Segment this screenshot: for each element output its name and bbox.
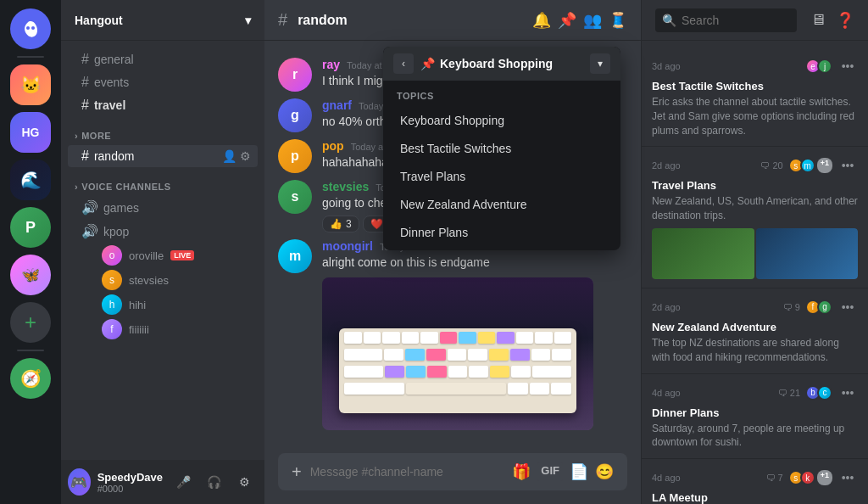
gif-button[interactable]: GIF: [537, 462, 563, 481]
voice-channel-kpop[interactable]: 🔊 kpop: [68, 220, 258, 243]
thread-nz-adventure[interactable]: 2d ago 🗨 9 f g ••• New Zealand Adventure…: [642, 288, 868, 374]
user-info: SpeedyDave #0000: [97, 471, 163, 494]
live-badge: LIVE: [170, 250, 194, 260]
monitor-icon[interactable]: 🖥: [810, 11, 826, 29]
keyboard-image: [322, 277, 593, 430]
voice-user-hihi[interactable]: h hihi: [68, 293, 258, 316]
input-actions: 🎁 GIF 📄 😊: [512, 462, 614, 481]
gift-icon[interactable]: 🎁: [512, 462, 531, 481]
channel-item-travel[interactable]: # travel: [68, 94, 258, 116]
search-icon: 🔍: [662, 14, 676, 27]
topic-item-nz-adventure[interactable]: New Zealand Adventure: [387, 191, 617, 218]
dropdown-back-button[interactable]: ‹: [393, 53, 414, 74]
settings-button[interactable]: ⚙: [231, 468, 258, 496]
topics-label: TOPICS: [383, 81, 620, 106]
channel-item-general[interactable]: # general: [68, 48, 258, 70]
thread-best-tactile[interactable]: 3d ago e j ••• Best Tactile Switches Eri…: [642, 48, 868, 147]
more-button-travel[interactable]: •••: [837, 155, 858, 176]
thread-title-dinner: Dinner Plans: [652, 406, 858, 419]
channel-item-random[interactable]: # random 👤 ⚙: [68, 145, 258, 167]
thread-title-nz: New Zealand Adventure: [652, 321, 858, 333]
discord-home-button[interactable]: [10, 8, 51, 49]
settings-icon[interactable]: ⚙: [240, 149, 251, 163]
voice-user-fiiiiiii[interactable]: f fiiiiiii: [68, 317, 258, 341]
chat-channel-name: random: [298, 13, 348, 28]
thread-avatars-dinner: b c: [805, 385, 832, 400]
channel-sidebar: Hangout ▾ # general # events # travel › …: [61, 0, 264, 504]
server-item-1[interactable]: 🐱: [10, 64, 51, 105]
dropdown-title: 📌 Keyboard Shopping: [420, 57, 553, 70]
thread-desc-travel: New Zealand, US, South American, and oth…: [652, 194, 858, 223]
thread-stat-nz: 🗨 9: [783, 302, 800, 312]
voice-user-name-hihi: hihi: [129, 299, 146, 311]
msg-author-moongirl: moongirl: [322, 239, 373, 253]
thread-image-travel: [652, 228, 858, 279]
sticker-icon[interactable]: 📄: [570, 462, 588, 481]
user-name: SpeedyDave: [97, 471, 163, 484]
svg-point-0: [26, 26, 30, 30]
avatar-gnarf: g: [278, 98, 312, 132]
search-bar[interactable]: 🔍: [655, 8, 797, 32]
channel-item-events[interactable]: # events: [68, 71, 258, 93]
chat-input[interactable]: [310, 465, 504, 479]
add-server-button[interactable]: +: [10, 302, 51, 343]
server-item-2[interactable]: HG: [10, 112, 51, 153]
chat-input-box: + 🎁 GIF 📄 😊: [278, 453, 627, 490]
server-list: 🐱 HG 🌊 P 🦋 + 🧭: [0, 0, 61, 504]
voice-channel-games[interactable]: 🔊 games: [68, 196, 258, 219]
thread-travel-plans[interactable]: 2d ago 🗨 20 s m +1 ••• Travel Plans New …: [642, 147, 868, 288]
dropdown-expand-button[interactable]: ▾: [590, 53, 610, 74]
mute-button[interactable]: 🎤: [170, 468, 197, 496]
notification-icon[interactable]: 🔔: [532, 11, 551, 30]
server-item-4[interactable]: P: [10, 207, 51, 248]
topic-item-keyboard-shopping[interactable]: Keyboard Shopping: [387, 107, 617, 134]
server-dropdown-icon: ▾: [245, 14, 251, 27]
discover-button[interactable]: 🧭: [10, 358, 51, 399]
topic-item-dinner-plans[interactable]: Dinner Plans: [387, 219, 617, 249]
thread-time-best-tactile: 3d ago: [652, 61, 681, 71]
voice-user-oroville[interactable]: o oroville LIVE: [68, 244, 258, 267]
thread-icon: 📌: [420, 57, 435, 70]
members-icon[interactable]: 👥: [583, 11, 602, 30]
help-icon[interactable]: ❓: [836, 11, 854, 30]
emoji-icon[interactable]: 😊: [595, 462, 614, 481]
server-item-5[interactable]: 🦋: [10, 255, 51, 295]
svg-point-1: [31, 26, 35, 30]
voice-channel-name-games: games: [103, 201, 139, 215]
msg-content-moongirl: moongirl Today at 9:18 AM alright come o…: [322, 239, 627, 431]
server-name: Hangout: [75, 14, 123, 27]
server-header[interactable]: Hangout ▾: [61, 0, 264, 41]
category-voice[interactable]: › VOICE CHANNELS: [61, 168, 264, 195]
more-button-dinner[interactable]: •••: [837, 383, 858, 403]
thread-meta-best-tactile: 3d ago e j •••: [652, 56, 858, 76]
server-item-3[interactable]: 🌊: [10, 160, 51, 200]
topic-item-best-tactile[interactable]: Best Tactile Switches: [387, 135, 617, 162]
msg-author-gnarf: gnarf: [322, 98, 352, 112]
user-tag: #0000: [97, 484, 163, 494]
thread-avatars-best-tactile: e j: [805, 59, 832, 74]
deafen-button[interactable]: 🎧: [200, 468, 227, 496]
threads-icon[interactable]: 🧵: [609, 11, 627, 30]
thread-time-la: 4d ago: [652, 473, 681, 483]
search-input[interactable]: [682, 14, 790, 27]
topic-item-travel-plans[interactable]: Travel Plans: [387, 163, 617, 190]
voice-user-stevsies[interactable]: s stevsies: [68, 268, 258, 292]
add-member-icon[interactable]: 👤: [222, 149, 236, 163]
speaker-icon-kpop: 🔊: [81, 223, 98, 239]
category-more[interactable]: › MORE: [61, 117, 264, 144]
thread-la-meetup[interactable]: 4d ago 🗨 7 s k +1 ••• LA Meetup Friends …: [642, 459, 868, 504]
thread-stat-travel: 🗨 20: [760, 160, 782, 171]
more-button-la[interactable]: •••: [837, 468, 858, 488]
thread-title-best-tactile: Best Tactile Switches: [652, 80, 858, 92]
avatar-pop: p: [278, 139, 312, 173]
hash-icon-travel: #: [81, 98, 89, 113]
thread-title-la: LA Meetup: [652, 491, 858, 504]
pin-icon[interactable]: 📌: [558, 11, 576, 30]
more-button-nz[interactable]: •••: [837, 297, 858, 317]
reaction-thumbs[interactable]: 👍3: [322, 216, 359, 232]
thread-meta-travel: 2d ago 🗨 20 s m +1 •••: [652, 155, 858, 176]
msg-author-pop: pop: [322, 139, 344, 153]
more-button-best-tactile[interactable]: •••: [837, 56, 858, 76]
thread-dinner-plans[interactable]: 4d ago 🗨 21 b c ••• Dinner Plans Saturda…: [642, 374, 868, 460]
add-attachment-button[interactable]: +: [292, 462, 302, 482]
